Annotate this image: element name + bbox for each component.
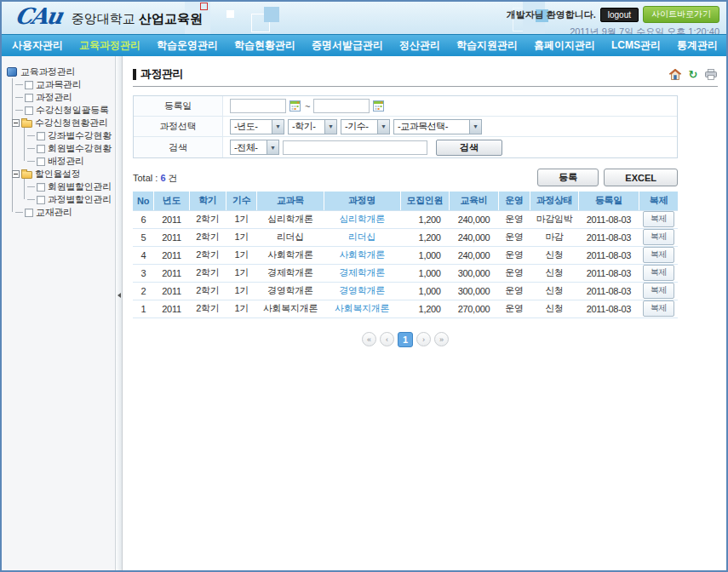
nav-item-학습지원관리[interactable]: 학습지원관리 (456, 38, 518, 53)
course-name-link[interactable]: 사회복지개론 (335, 303, 389, 313)
sidebar-item-회원별할인관리[interactable]: 회원별할인관리 (27, 180, 115, 193)
sidebar-item-과정관리[interactable]: 과정관리 (15, 91, 115, 104)
sidebar-item-label: 과정관리 (36, 91, 72, 104)
copy-button[interactable]: 복제 (643, 300, 674, 317)
course-select-1[interactable]: -학기-▼ (288, 119, 337, 134)
register-button[interactable]: 등록 (537, 169, 599, 186)
sidebar-item-수강신청일괄등록[interactable]: 수강신청일괄등록 (15, 104, 115, 117)
sidebar-item-교과목관리[interactable]: 교과목관리 (15, 78, 115, 91)
cell-term: 1기 (226, 210, 256, 228)
nav-item-정산관리[interactable]: 정산관리 (399, 38, 440, 53)
sidebar-item-배정관리[interactable]: 배정관리 (27, 155, 115, 168)
cell-course_name: 심리학개론 (324, 210, 400, 228)
university-name: 중앙대학교 (72, 11, 135, 26)
course-select-3[interactable]: -교과목선택-▼ (393, 119, 482, 134)
home-icon[interactable] (668, 68, 682, 80)
refresh-glyph: ↻ (689, 69, 698, 80)
regdate-to-input[interactable] (313, 99, 370, 113)
document-icon (25, 94, 33, 102)
page-next-button[interactable]: › (416, 332, 431, 346)
collapse-box-icon[interactable] (12, 119, 20, 127)
page-last-button[interactable]: » (434, 332, 449, 346)
search-button[interactable]: 검색 (436, 140, 502, 156)
nav-item-학습현황관리[interactable]: 학습현황관리 (234, 38, 295, 53)
logo-red-square (200, 3, 208, 10)
col-year: 년도 (154, 192, 190, 210)
select-value: -기수- (341, 120, 377, 133)
sidebar-item-label: 회원별수강현황 (48, 142, 112, 155)
department-name: 산업교육원 (139, 11, 203, 26)
logo[interactable]: CAu 중앙대학교 산업교육원 (15, 3, 203, 29)
cell-operation: 운영 (498, 228, 530, 246)
cell-operation: 운영 (498, 210, 530, 228)
cell-copy: 복제 (639, 210, 678, 228)
page-prev-button[interactable]: ‹ (380, 332, 394, 346)
page-current[interactable]: 1 (398, 332, 413, 347)
sidebar-item-수강신청현황관리[interactable]: 수강신청현황관리 (12, 117, 115, 129)
copy-button[interactable]: 복제 (643, 229, 674, 245)
nav-item-LCMS관리[interactable]: LCMS관리 (611, 38, 661, 53)
regdate-from-input[interactable] (230, 99, 286, 113)
course-name-link[interactable]: 사회학개론 (339, 249, 385, 260)
nav-item-학습운영관리[interactable]: 학습운영관리 (157, 38, 218, 53)
course-select-0[interactable]: -년도-▼ (230, 119, 284, 134)
copy-button[interactable]: 복제 (643, 211, 674, 227)
copy-button[interactable]: 복제 (643, 247, 674, 263)
chevron-down-icon: ▼ (377, 120, 389, 134)
calendar-icon[interactable] (373, 100, 385, 112)
collapse-box-icon[interactable] (12, 170, 20, 178)
tree-connector (15, 84, 23, 85)
nav-item-증명서발급관리[interactable]: 증명서발급관리 (312, 38, 383, 53)
cell-year: 2011 (154, 300, 190, 317)
nav-item-홈페이지관리[interactable]: 홈페이지관리 (534, 38, 595, 53)
site-shortcut-button[interactable]: 사이트바로가기 (643, 6, 719, 23)
sidebar-item-과정별할인관리[interactable]: 과정별할인관리 (27, 193, 115, 206)
cell-course_name: 사회복지개론 (324, 300, 400, 317)
nav-item-사용자관리[interactable]: 사용자관리 (12, 38, 63, 53)
course-name-link[interactable]: 경제학개론 (339, 267, 385, 277)
cell-copy: 복제 (639, 282, 678, 300)
refresh-icon[interactable]: ↻ (686, 68, 700, 80)
regdate-fields: ~ (223, 99, 677, 113)
regdate-label: 등록일 (134, 96, 223, 116)
course-name-link[interactable]: 경영학개론 (339, 285, 385, 295)
sidebar-splitter[interactable] (115, 56, 123, 570)
document-icon (37, 196, 45, 204)
page-body: 교육과정관리교과목관리과정관리수강신청일괄등록수강신청현황관리강좌별수강현황회원… (2, 56, 726, 570)
cell-status: 신청 (530, 246, 579, 264)
cell-course_name: 경제학개론 (324, 264, 400, 282)
cell-subject: 리더십 (257, 228, 324, 246)
sidebar-item-할인율설정[interactable]: 할인율설정 (12, 168, 115, 180)
app-window: CAu 중앙대학교 산업교육원 개발자님 환영합니다. logout 사이트바로… (0, 0, 728, 572)
cell-status: 마감임박 (530, 210, 579, 228)
sidebar-item-교재관리[interactable]: 교재관리 (15, 206, 115, 219)
course-name-link[interactable]: 심리학개론 (339, 214, 385, 224)
cell-reg_date: 2011-08-03 (579, 282, 639, 300)
course-select-2[interactable]: -기수-▼ (341, 119, 390, 134)
tree-connector (27, 161, 35, 162)
tree-connector (27, 199, 35, 200)
keyword-input[interactable] (283, 140, 427, 155)
sidebar-item-강좌별수강현황[interactable]: 강좌별수강현황 (27, 129, 115, 142)
cell-fee: 270,000 (450, 300, 499, 317)
cell-no: 2 (133, 282, 154, 300)
nav-item-통계관리[interactable]: 통계관리 (677, 38, 718, 53)
page-first-button[interactable]: « (362, 332, 376, 346)
sidebar-item-회원별수강현황[interactable]: 회원별수강현황 (27, 142, 115, 155)
col-course-name: 과정명 (324, 192, 400, 210)
sidebar-item-교육과정관리[interactable]: 교육과정관리 (7, 65, 115, 78)
collapse-arrow-icon[interactable] (118, 293, 121, 298)
table-row: 320112학기1기경제학개론경제학개론1,000300,000운영신청2011… (133, 264, 678, 282)
logout-button[interactable]: logout (600, 8, 639, 22)
cell-capacity: 1,200 (400, 300, 449, 317)
excel-button[interactable]: EXCEL (604, 169, 678, 186)
keyword-scope-select[interactable]: -전체- ▼ (230, 140, 279, 155)
calendar-icon[interactable] (289, 100, 301, 112)
nav-item-교육과정관리[interactable]: 교육과정관리 (79, 38, 140, 53)
copy-button[interactable]: 복제 (643, 283, 674, 299)
tree-connector (15, 212, 23, 213)
copy-button[interactable]: 복제 (643, 265, 674, 281)
print-icon[interactable] (704, 68, 718, 80)
course-name-link[interactable]: 리더십 (348, 232, 375, 242)
cell-year: 2011 (154, 264, 190, 282)
